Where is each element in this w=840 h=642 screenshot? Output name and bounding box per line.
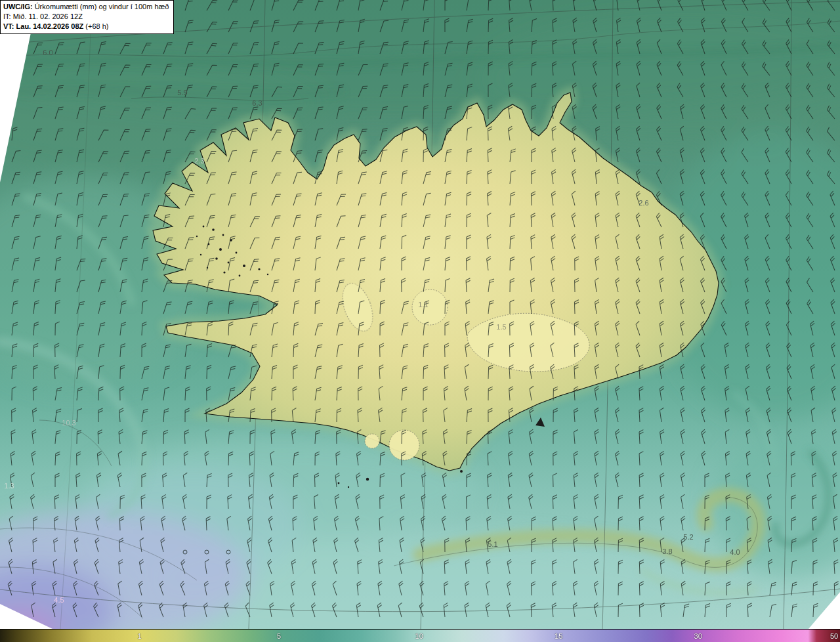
contour-label: 5.9 [177, 89, 187, 96]
contour-label: 6.3 [252, 99, 262, 107]
contour-label: 1.5 [496, 323, 506, 331]
init-time: IT: Mið. 11. 02. 2026 12Z [3, 12, 169, 22]
contour-label: 2.6 [639, 199, 648, 207]
contour-label: 1.1 [418, 301, 428, 309]
colorbar-tick-label: 5 [277, 632, 281, 640]
colorbar-tick-label: 10 [415, 632, 423, 640]
contour-label: 5.1 [488, 540, 497, 548]
colorbar-tick-label: 30 [694, 632, 702, 640]
weather-map-page: 6.05.96.32.32.61.11.510.31.35.15.23.84.0… [0, 0, 840, 642]
product-title: Úrkomumætti (mm) og vindur í 100m hæð [33, 3, 169, 11]
valid-time: VT: Lau. 14.02.2026 08Z [3, 22, 83, 30]
valid-time-line: VT: Lau. 14.02.2026 08Z (+68 h) [3, 22, 169, 32]
contour-label: 1.3 [4, 482, 14, 490]
contour-label: 4.5 [54, 596, 64, 604]
contour-label: 5.2 [683, 533, 693, 541]
contour-label: 4.0 [730, 548, 740, 556]
colorbar-tick-label: 1 [137, 632, 141, 640]
lead-time: (+68 h) [83, 22, 108, 30]
colorbar-tick-label: 50 [830, 632, 838, 640]
contour-label: 6.0 [43, 49, 52, 56]
colorbar-tick-label: 15 [555, 632, 562, 640]
product-title-line: UWC/IG: Úrkomumætti (mm) og vindur í 100… [3, 2, 169, 12]
contour-label: 2.3 [194, 157, 204, 165]
model-name: UWC/IG: [3, 3, 33, 11]
weather-map: 6.05.96.32.32.61.11.510.31.35.15.23.84.0… [0, 0, 840, 629]
contour-label: 10.3 [62, 419, 75, 427]
model-info-box: UWC/IG: Úrkomumætti (mm) og vindur í 100… [0, 0, 174, 34]
contour-label: 3.8 [662, 547, 672, 555]
colorbar: 1510153050 [0, 629, 840, 642]
